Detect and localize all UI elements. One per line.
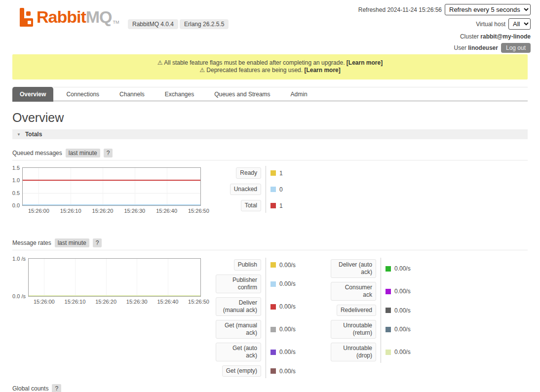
refresh-interval-select[interactable]: Refresh every 5 seconds [445, 4, 531, 15]
virtual-host-label: Virtual host [476, 21, 505, 28]
legend-value-text: 0.00/s [394, 288, 411, 295]
y-axis-tick-label: 1.0 /s [12, 256, 26, 262]
legend-swatch-icon [386, 350, 391, 355]
y-axis-tick-label: 0.0 /s [12, 293, 26, 299]
logo-trademark: TM [113, 20, 119, 25]
tab-overview[interactable]: Overview [12, 87, 53, 102]
legend-label-publish[interactable]: Publish [234, 259, 261, 271]
feature-flags-learn-more-link[interactable]: [Learn more] [347, 59, 383, 66]
deprecated-learn-more-link[interactable]: [Learn more] [304, 67, 340, 74]
gridline [75, 259, 76, 296]
message-rates-help-icon[interactable]: ? [93, 238, 102, 247]
legend-value-unroutable-drop: 0.00/s [386, 349, 411, 355]
legend-swatch-icon [270, 203, 276, 208]
tab-channels[interactable]: Channels [112, 87, 152, 102]
y-axis-tick-label: 1.0 [12, 177, 20, 183]
legend-swatch-icon [270, 187, 276, 192]
legend-swatch-icon [270, 350, 276, 355]
gridline [71, 168, 71, 205]
legend-label-consumer-ack[interactable]: Consumer ack [331, 282, 376, 301]
warning-banner: ⚠ All stable feature flags must be enabl… [12, 54, 528, 79]
legend-label-unroutable-drop[interactable]: Unroutable (drop) [331, 343, 376, 361]
logo-text-mq: MQ [86, 7, 112, 27]
tab-admin[interactable]: Admin [283, 87, 315, 102]
queued-messages-chart-block: 1.51.00.50.015:26:0015:26:1015:26:2015:2… [12, 160, 528, 221]
legend-value-consumer-ack: 0.00/s [386, 288, 411, 295]
legend-swatch-icon [270, 304, 276, 310]
legend-value-text: 0.00/s [394, 326, 411, 333]
x-axis-tick-label: 15:26:50 [188, 299, 209, 305]
tab-bar: OverviewConnectionsChannelsExchangesQueu… [12, 87, 528, 101]
gridline [103, 168, 103, 205]
legend-value-text: 0.00/s [394, 265, 411, 272]
gridline [137, 259, 137, 296]
x-axis-tick-label: 15:26:20 [95, 299, 116, 305]
refresh-row: Refreshed 2024-11-24 15:26:56Refresh eve… [358, 4, 531, 15]
legend-label-redelivered[interactable]: Redelivered [337, 305, 376, 316]
message-rates-legend-right: Deliver (auto ack)0.00/sConsumer ack0.00… [331, 259, 411, 361]
legend-value-text: 0.00/s [279, 326, 296, 333]
legend-label-get-manual-ack[interactable]: Get (manual ack) [216, 320, 261, 339]
totals-section-toggle[interactable]: ▼ Totals [12, 129, 528, 139]
legend-value-get-empty: 0.00/s [270, 368, 296, 375]
tab-connections[interactable]: Connections [59, 87, 107, 102]
rabbitmq-logo-icon [20, 8, 35, 27]
legend-label-total[interactable]: Total [241, 200, 261, 211]
user-label: User [454, 44, 466, 51]
user-row: User linodeuserLog out [358, 43, 531, 53]
tab-queues-and-streams[interactable]: Queues and Streams [207, 87, 277, 102]
queued-messages-help-icon[interactable]: ? [104, 149, 113, 157]
cluster-row: Cluster rabbit@my-linode [358, 33, 531, 41]
global-counts-header: Global counts ? [12, 384, 528, 392]
tab-exchanges[interactable]: Exchanges [157, 87, 201, 102]
x-axis-tick-label: 15:26:50 [188, 208, 209, 214]
queued-messages-title: Queued messages [12, 150, 62, 157]
legend-value-redelivered: 0.00/s [386, 307, 411, 314]
legend-label-get-empty[interactable]: Get (empty) [222, 365, 261, 377]
virtual-host-select[interactable]: All [508, 18, 531, 30]
gridline [135, 168, 135, 205]
queued-messages-window-chip[interactable]: last minute [66, 149, 100, 157]
rabbitmq-version-badge: RabbitMQ 4.0.4 [128, 19, 178, 29]
legend-swatch-icon [386, 327, 391, 332]
legend-label-publisher-confirm[interactable]: Publisher confirm [216, 274, 261, 293]
user-name: linodeuser [468, 44, 498, 51]
logo-text-rabbit: Rabbit [37, 7, 86, 27]
rabbitmq-logo[interactable]: Rabbit MQ TM [20, 7, 119, 27]
x-axis-tick-label: 15:26:20 [92, 208, 114, 214]
message-rates-legend-left: Publish0.00/sPublisher confirm0.00/sDeli… [216, 259, 296, 377]
legend-swatch-icon [270, 327, 276, 332]
legend-swatch-icon [386, 308, 391, 313]
legend-value-unacked: 0 [270, 186, 283, 193]
legend-label-deliver-manual-ack[interactable]: Deliver (manual ack) [216, 297, 261, 316]
cluster-label: Cluster [460, 33, 479, 40]
legend-label-unacked[interactable]: Unacked [230, 184, 261, 195]
page-title: Overview [12, 111, 528, 125]
legend-label-get-auto-ack[interactable]: Get (auto ack) [216, 343, 261, 361]
legend-value-publish: 0.00/s [270, 262, 296, 269]
global-counts-help-icon[interactable]: ? [52, 384, 61, 392]
virtual-host-row: Virtual hostAll [358, 18, 531, 30]
message-rates-title: Message rates [12, 239, 51, 246]
gridline [106, 259, 107, 296]
legend-value-unroutable-return: 0.00/s [386, 326, 411, 333]
legend-value-text: 1 [279, 202, 283, 209]
message-rates-window-chip[interactable]: last minute [55, 238, 89, 247]
legend-value-text: 0.00/s [279, 349, 296, 355]
cluster-name: rabbit@my-linode [480, 33, 531, 40]
queued-messages-chart: 1.51.00.50.015:26:0015:26:1015:26:2015:2… [22, 167, 201, 206]
main-content: Overview ▼ Totals Queued messages last m… [12, 111, 528, 392]
totals-section-label: Totals [25, 131, 42, 138]
legend-label-deliver-auto-ack[interactable]: Deliver (auto ack) [331, 259, 376, 278]
legend-value-text: 0.00/s [394, 307, 411, 314]
legend-value-get-auto-ack: 0.00/s [270, 349, 296, 355]
y-axis-tick-label: 0.0 [12, 202, 20, 208]
logout-button[interactable]: Log out [501, 43, 531, 53]
legend-swatch-icon [270, 368, 276, 374]
legend-label-ready[interactable]: Ready [236, 167, 261, 179]
legend-value-text: 1 [279, 170, 283, 177]
x-axis-tick-label: 15:26:10 [65, 299, 86, 305]
legend-label-unroutable-return[interactable]: Unroutable (return) [331, 320, 376, 339]
y-axis-tick-label: 1.5 [12, 165, 20, 171]
y-axis-tick-label: 0.5 [12, 190, 20, 196]
